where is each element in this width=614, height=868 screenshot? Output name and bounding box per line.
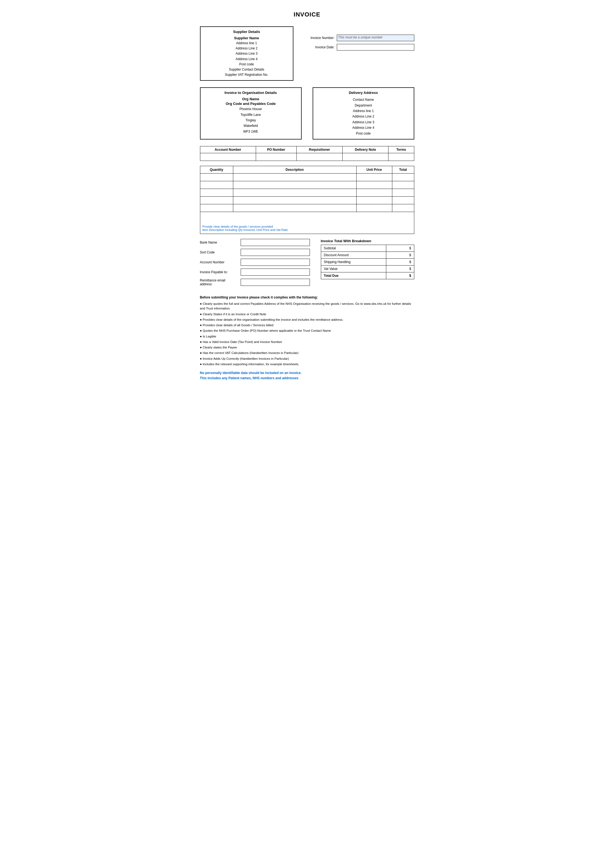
bank-name-label: Bank Name (200, 240, 238, 244)
supplier-address3: Address Line 3 (206, 51, 288, 56)
bank-name-input[interactable] (241, 239, 310, 246)
org-address3: Tingley (206, 118, 295, 123)
unit-price-cell[interactable] (356, 174, 392, 181)
payable-input[interactable] (241, 268, 310, 276)
unit-price-cell[interactable] (356, 189, 392, 197)
table-row[interactable] (200, 189, 414, 197)
notice-line2: This includes any Patient names, NHS num… (200, 376, 414, 381)
delivery-address1: Address line 1 (319, 108, 408, 114)
table-row[interactable] (200, 197, 414, 204)
po-number-cell[interactable] (256, 153, 297, 161)
unit-price-cell[interactable] (356, 204, 392, 212)
delivery-postcode: Post code (319, 131, 408, 136)
checklist-item-4: ● Is Legible (200, 334, 414, 339)
shipping-row: Shipping Handling $ (321, 259, 414, 265)
items-col-total: Total (392, 166, 414, 174)
remittance-label: Remittance email address: (200, 279, 238, 286)
checklist-item-0: ● Clearly States if it is an Invoice or … (200, 312, 414, 316)
total-cell[interactable] (392, 204, 414, 212)
sort-code-input[interactable] (241, 249, 310, 256)
table-row[interactable] (200, 181, 414, 189)
checklist-section: Before submitting your Invoice please ch… (200, 296, 414, 381)
items-table: Quantity Description Unit Price Total (200, 166, 414, 234)
items-col-quantity: Quantity (200, 166, 233, 174)
invoice-number-hint[interactable]: This must be a unique number (337, 35, 414, 41)
items-note-line1: Provide clear details of the goods / ser… (202, 225, 412, 228)
total-due-value[interactable]: $ (386, 273, 414, 279)
totals-table: Subtotal $ Discount Amount $ Shipping Ha… (321, 245, 414, 279)
notice-line1: No personally identifiable data should b… (200, 370, 414, 376)
checklist-title: Before submitting your Invoice please ch… (200, 296, 414, 299)
items-col-description: Description (233, 166, 356, 174)
total-cell[interactable] (392, 181, 414, 189)
remittance-input[interactable] (241, 279, 310, 286)
delivery-note-cell[interactable] (343, 153, 389, 161)
delivery-box: Delivery Address Contact Name Department… (312, 87, 414, 140)
header-table-row[interactable] (200, 153, 414, 161)
discount-value[interactable]: $ (386, 252, 414, 259)
sort-code-row: Sort Code (200, 249, 310, 256)
account-number-label: Account Number (200, 260, 238, 264)
qty-cell[interactable] (200, 204, 233, 212)
supplier-contact: Supplier Contact Details (206, 67, 288, 72)
org-postcode: WF3 1WE (206, 129, 295, 134)
delivery-address3: Address Line 3 (319, 119, 408, 125)
supplier-address1: Address line 1 (206, 41, 288, 46)
supplier-box-title: Supplier Details (206, 29, 288, 34)
bank-section: Bank Name Sort Code Account Number Invoi… (200, 239, 310, 289)
remittance-row: Remittance email address: (200, 279, 310, 286)
delivery-address4: Address Line 4 (319, 125, 408, 130)
table-row[interactable] (200, 174, 414, 181)
payable-label: Invoice Payable to: (200, 270, 238, 274)
desc-cell[interactable] (233, 181, 356, 189)
qty-cell[interactable] (200, 197, 233, 204)
payable-row: Invoice Payable to: (200, 268, 310, 276)
supplier-box: Supplier Details Supplier Name Address l… (200, 26, 294, 81)
qty-cell[interactable] (200, 189, 233, 197)
desc-cell[interactable] (233, 189, 356, 197)
col-requisitioner: Requisitioner (297, 146, 342, 153)
unit-price-cell[interactable] (356, 197, 392, 204)
col-delivery-note: Delivery Note (343, 146, 389, 153)
account-number-cell[interactable] (200, 153, 256, 161)
page-title: INVOICE (200, 11, 414, 18)
totals-title: Invoice Total With Breakdown (321, 239, 414, 243)
desc-cell[interactable] (233, 204, 356, 212)
unit-price-cell[interactable] (356, 181, 392, 189)
org-address2: Topcliffe Lane (206, 112, 295, 118)
vat-value[interactable]: $ (386, 265, 414, 273)
supplier-name: Supplier Name (206, 36, 288, 40)
total-cell[interactable] (392, 197, 414, 204)
checklist-item-5: ● Has a Valid Invoice Date (Tax Point) a… (200, 339, 414, 344)
checklist-item-6: ● Clearly states the Payee (200, 345, 414, 350)
qty-cell[interactable] (200, 181, 233, 189)
checklist-item-8: ● Invoice Adds Up Correctly (Handwritten… (200, 356, 414, 361)
sort-code-label: Sort Code (200, 250, 238, 254)
header-table: Account Number PO Number Requisitioner D… (200, 146, 414, 161)
desc-cell[interactable] (233, 174, 356, 181)
checklist-item-1: ● Provides clear details of the organisa… (200, 318, 414, 322)
col-terms: Terms (389, 146, 414, 153)
invoice-date-input[interactable] (337, 44, 414, 51)
invoice-number-label: Invoice Number: (305, 36, 334, 40)
items-note-row: Provide clear details of the goods / ser… (200, 212, 414, 234)
delivery-dept: Department (319, 103, 408, 108)
terms-cell[interactable] (389, 153, 414, 161)
checklist-item-9: ● Includes the relevant supporting infor… (200, 362, 414, 367)
qty-cell[interactable] (200, 174, 233, 181)
total-due-row: Total Due $ (321, 273, 414, 279)
table-row[interactable] (200, 204, 414, 212)
total-cell[interactable] (392, 189, 414, 197)
col-account-number: Account Number (200, 146, 256, 153)
shipping-value[interactable]: $ (386, 259, 414, 265)
total-cell[interactable] (392, 174, 414, 181)
checklist-intro: ● Clearly quotes the full and correct Pa… (200, 302, 414, 311)
requisitioner-cell[interactable] (297, 153, 342, 161)
desc-cell[interactable] (233, 197, 356, 204)
discount-row: Discount Amount $ (321, 252, 414, 259)
delivery-address2: Address Line 2 (319, 114, 408, 119)
subtotal-label: Subtotal (321, 245, 386, 252)
account-number-input[interactable] (241, 259, 310, 266)
subtotal-value[interactable]: $ (386, 245, 414, 252)
vat-row: Vat Value $ (321, 265, 414, 273)
